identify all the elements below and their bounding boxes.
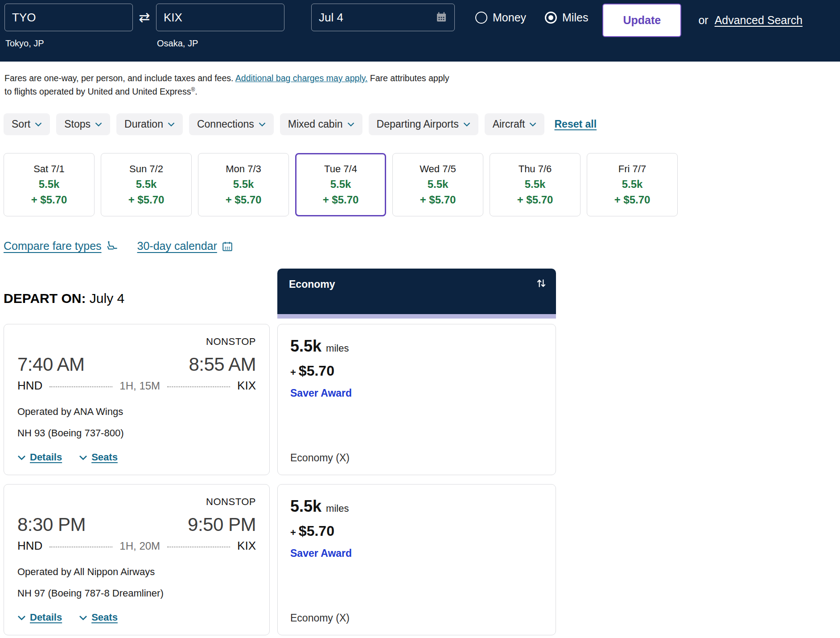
date-card-fri[interactable]: Fri 7/7 5.5k + $5.70	[587, 153, 678, 216]
chevron-down-icon	[35, 122, 42, 127]
chevron-down-icon	[17, 612, 26, 623]
flight-route: HND 1H, 20M KIX	[17, 539, 256, 553]
chevron-down-icon	[79, 612, 87, 623]
thirty-day-calendar-link[interactable]: 30-day calendar	[137, 240, 233, 253]
origin-input[interactable]	[4, 4, 133, 31]
date-card-wed[interactable]: Wed 7/5 5.5k + $5.70	[392, 153, 483, 216]
reset-all-link[interactable]: Reset all	[554, 118, 597, 130]
aircraft-filter-button[interactable]: Aircraft	[485, 113, 545, 135]
economy-column-header: Economy	[277, 269, 556, 319]
day-cash: + $5.70	[614, 194, 651, 206]
fare-miles-unit: miles	[326, 503, 349, 514]
day-label: Mon 7/3	[226, 163, 261, 175]
mixed-cabin-filter-button[interactable]: Mixed cabin	[280, 113, 362, 135]
flight-card-links: Details Seats	[17, 612, 256, 623]
details-link[interactable]: Details	[17, 612, 62, 623]
economy-fare-cell[interactable]: 5.5k miles + $5.70 Saver Award Economy (…	[277, 484, 556, 635]
registered-mark: ®	[191, 87, 195, 93]
compare-fare-types-link[interactable]: Compare fare types	[4, 240, 118, 253]
day-label: Thu 7/6	[519, 163, 552, 175]
fare-disclaimer: Fares are one-way, per person, and inclu…	[4, 71, 457, 98]
day-label: Sat 7/1	[33, 163, 65, 175]
arrival-time: 9:50 PM	[188, 514, 256, 535]
miles-radio[interactable]: Miles	[545, 4, 588, 31]
calendar-icon[interactable]	[435, 11, 448, 25]
bag-charges-link[interactable]: Additional bag charges may apply.	[235, 73, 368, 83]
date-card-tue-selected[interactable]: Tue 7/4 5.5k + $5.70	[295, 153, 386, 216]
day-label: Fri 7/7	[618, 163, 646, 175]
flight-duration: 1H, 20M	[119, 540, 160, 552]
filter-label: Connections	[197, 118, 254, 130]
money-radio[interactable]: Money	[475, 4, 526, 31]
fare-plus-sign: +	[290, 367, 296, 378]
thirty-day-calendar-label: 30-day calendar	[137, 240, 217, 253]
stops-filter-button[interactable]: Stops	[56, 113, 110, 135]
destination-airport-code: KIX	[237, 539, 256, 553]
filter-label: Duration	[124, 118, 163, 130]
date-card-thu[interactable]: Thu 7/6 5.5k + $5.70	[490, 153, 581, 216]
date-card-sat[interactable]: Sat 7/1 5.5k + $5.70	[4, 153, 95, 216]
saver-award-link[interactable]: Saver Award	[290, 547, 543, 559]
origin-airport-code: HND	[17, 379, 42, 393]
fare-class-label: Economy (X)	[290, 452, 543, 464]
sort-filter-button[interactable]: Sort	[4, 113, 50, 135]
operated-by-text: Operated by ANA Wings	[17, 406, 256, 418]
disclaimer-period: .	[195, 87, 197, 96]
day-miles: 5.5k	[622, 178, 643, 191]
date-card-mon[interactable]: Mon 7/3 5.5k + $5.70	[198, 153, 289, 216]
day-cash: + $5.70	[517, 194, 553, 206]
route-line	[167, 386, 230, 387]
day-label: Wed 7/5	[420, 163, 456, 175]
economy-fare-cell[interactable]: 5.5k miles + $5.70 Saver Award Economy (…	[277, 324, 556, 475]
details-label: Details	[30, 452, 62, 463]
fare-miles-value: 5.5k	[290, 497, 321, 516]
day-miles: 5.5k	[428, 178, 449, 191]
swap-airports-button[interactable]: ⇄	[133, 4, 156, 31]
flight-card: NONSTOP 7:40 AM 8:55 AM HND 1H, 15M KIX …	[4, 324, 270, 475]
disclaimer-text-1: Fares are one-way, per person, and inclu…	[4, 73, 235, 83]
depart-heading: DEPART ON: July 4	[4, 291, 270, 319]
filter-bar: Sort Stops Duration Connections Mixed ca…	[4, 113, 836, 135]
filter-label: Stops	[64, 118, 91, 130]
duration-filter-button[interactable]: Duration	[116, 113, 183, 135]
filter-label: Aircraft	[493, 118, 525, 130]
chevron-down-icon	[95, 122, 102, 127]
route-line	[49, 547, 112, 547]
destination-input[interactable]	[156, 4, 284, 31]
details-link[interactable]: Details	[17, 452, 62, 463]
seats-link[interactable]: Seats	[79, 452, 118, 463]
stops-badge: NONSTOP	[206, 496, 256, 508]
route-line	[49, 386, 112, 387]
chevron-down-icon	[79, 452, 87, 463]
day-miles: 5.5k	[136, 178, 157, 191]
flight-card: NONSTOP 8:30 PM 9:50 PM HND 1H, 20M KIX …	[4, 484, 270, 635]
depart-date: July 4	[90, 291, 124, 306]
flight-number-text: NH 97 (Boeing 787-8 Dreamliner)	[17, 588, 256, 599]
date-card-sun[interactable]: Sun 7/2 5.5k + $5.70	[101, 153, 192, 216]
radio-unchecked-icon	[475, 12, 487, 24]
money-label: Money	[493, 11, 526, 24]
departure-time: 7:40 AM	[17, 354, 85, 375]
chevron-down-icon	[17, 452, 26, 463]
fare-miles-unit: miles	[326, 343, 349, 354]
departing-airports-filter-button[interactable]: Departing Airports	[369, 113, 478, 135]
saver-award-link[interactable]: Saver Award	[290, 387, 543, 399]
fare-class-label: Economy (X)	[290, 612, 543, 624]
day-cash: + $5.70	[128, 194, 165, 206]
operated-by-text: Operated by All Nippon Airways	[17, 566, 256, 578]
seats-link[interactable]: Seats	[79, 612, 118, 623]
flight-number-text: NH 93 (Boeing 737-800)	[17, 427, 256, 439]
chevron-down-icon	[259, 122, 266, 127]
connections-filter-button[interactable]: Connections	[189, 113, 274, 135]
update-button[interactable]: Update	[602, 4, 681, 37]
sort-column-button[interactable]	[534, 276, 549, 292]
fare-cash-line: + $5.70	[290, 523, 543, 539]
date-input[interactable]	[311, 4, 455, 31]
compare-fare-types-label: Compare fare types	[4, 240, 102, 253]
advanced-search-link[interactable]: Advanced Search	[715, 4, 803, 37]
departure-time: 8:30 PM	[17, 514, 86, 535]
chevron-down-icon	[347, 122, 354, 127]
route-line	[167, 547, 230, 547]
details-label: Details	[30, 612, 62, 623]
filter-label: Mixed cabin	[288, 118, 343, 130]
